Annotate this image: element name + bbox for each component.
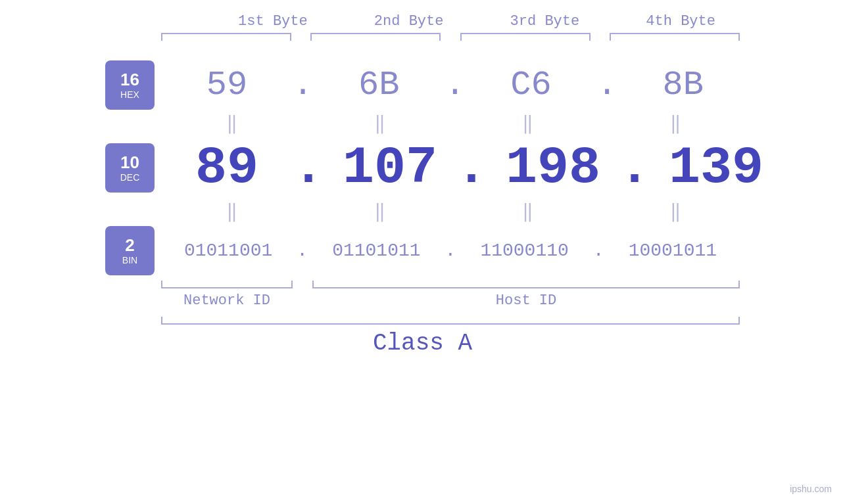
dot-dec-1: .	[293, 138, 324, 198]
dot-hex-3: .	[596, 66, 617, 104]
bottom-bracket-network	[161, 281, 293, 288]
dot-dec-3: .	[619, 138, 650, 198]
bracket-byte2	[310, 33, 441, 41]
dec-byte4: 139	[650, 138, 782, 198]
equals-1-b2: ‖	[316, 112, 445, 135]
bin-byte2: 01101011	[310, 241, 442, 261]
dec-badge: 10 DEC	[105, 143, 155, 193]
hex-byte2: 6B	[313, 66, 445, 104]
bin-byte3: 11000110	[459, 241, 591, 261]
bin-byte1: 01011001	[162, 241, 294, 261]
equals-1-b3: ‖	[464, 112, 592, 135]
network-id-label: Network ID	[161, 292, 293, 309]
dot-dec-2: .	[456, 138, 487, 198]
hex-byte3: C6	[465, 66, 596, 104]
hex-badge-number: 16	[120, 71, 139, 88]
dot-hex-1: .	[293, 66, 313, 104]
byte1-header: 1st Byte	[214, 13, 332, 30]
bin-badge: 2 BIN	[105, 226, 155, 275]
bin-badge-label: BIN	[122, 255, 137, 265]
bracket-byte1	[161, 33, 291, 41]
hex-badge: 16 HEX	[105, 60, 155, 110]
host-id-label: Host ID	[312, 292, 740, 309]
dec-byte1: 89	[161, 138, 293, 198]
byte-headers: 1st Byte 2nd Byte 3rd Byte 4th Byte	[105, 13, 740, 30]
dec-byte3: 198	[487, 138, 619, 198]
equals-1-b4: ‖	[611, 112, 740, 135]
watermark: ipshu.com	[790, 484, 832, 494]
dot-bin-3: .	[593, 241, 604, 261]
hex-byte1: 59	[161, 66, 293, 104]
bin-byte4: 10001011	[607, 241, 738, 261]
equals-2-b3: ‖	[464, 200, 592, 223]
hex-byte4: 8B	[617, 66, 749, 104]
hex-badge-label: HEX	[120, 89, 139, 100]
bin-badge-number: 2	[125, 237, 134, 254]
equals-2-b1: ‖	[168, 200, 297, 223]
main-container: 1st Byte 2nd Byte 3rd Byte 4th Byte 16 H…	[0, 0, 845, 504]
equals-2-b2: ‖	[316, 200, 445, 223]
dec-badge-number: 10	[120, 154, 139, 171]
byte2-header: 2nd Byte	[350, 13, 468, 30]
dot-bin-2: .	[445, 241, 456, 261]
class-label: Class A	[373, 330, 472, 357]
dot-hex-2: .	[445, 66, 465, 104]
bracket-byte3	[460, 33, 591, 41]
dot-bin-1: .	[297, 241, 308, 261]
dec-badge-label: DEC	[120, 172, 140, 183]
equals-2-b4: ‖	[611, 200, 740, 223]
bracket-byte4	[610, 33, 740, 41]
class-bracket	[161, 317, 740, 325]
byte3-header: 3rd Byte	[486, 13, 604, 30]
dec-byte2: 107	[324, 138, 456, 198]
byte4-header: 4th Byte	[621, 13, 740, 30]
bottom-bracket-host	[312, 281, 740, 288]
equals-1-b1: ‖	[168, 112, 297, 135]
